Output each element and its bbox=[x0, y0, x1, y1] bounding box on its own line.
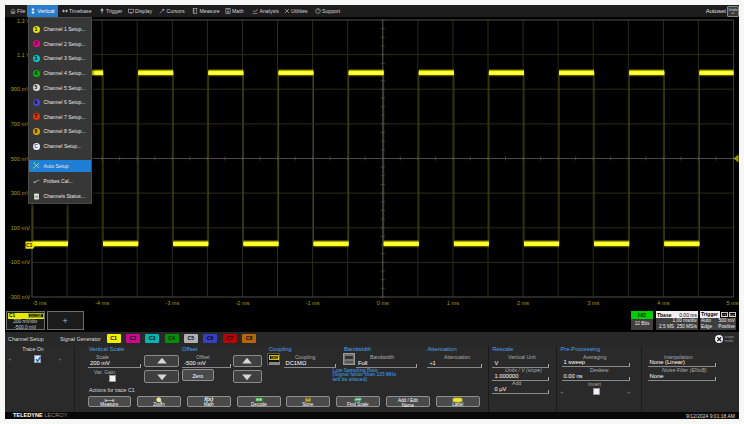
svg-text:100 mV: 100 mV bbox=[11, 225, 31, 231]
svg-text:-1 ms: -1 ms bbox=[306, 300, 320, 306]
svg-text:0 ms: 0 ms bbox=[377, 300, 389, 306]
svg-text:-3 ms: -3 ms bbox=[165, 300, 179, 306]
svg-text:4 ms: 4 ms bbox=[657, 300, 669, 306]
svg-text:2 ms: 2 ms bbox=[517, 300, 529, 306]
svg-text:-300 mV: -300 mV bbox=[9, 294, 30, 300]
svg-text:-4 ms: -4 ms bbox=[95, 300, 109, 306]
svg-text:-2 ms: -2 ms bbox=[236, 300, 250, 306]
svg-text:1 ms: 1 ms bbox=[447, 300, 459, 306]
svg-text:5 ms: 5 ms bbox=[726, 300, 738, 306]
svg-text:-100 mV: -100 mV bbox=[9, 259, 30, 265]
svg-text:C1: C1 bbox=[26, 242, 33, 248]
svg-text:3 ms: 3 ms bbox=[587, 300, 599, 306]
svg-text:-5 ms: -5 ms bbox=[33, 300, 47, 306]
